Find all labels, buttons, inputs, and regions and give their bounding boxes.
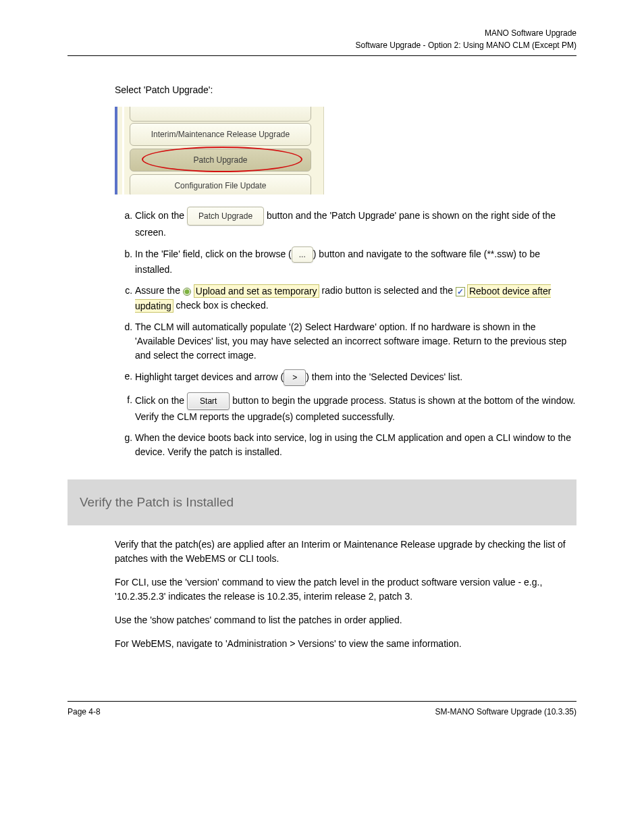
step-f: Click on the Start button to begin the u… bbox=[135, 392, 576, 424]
page-header: MANO Software Upgrade Software Upgrade -… bbox=[68, 27, 576, 51]
step-g: When the device boots back into service,… bbox=[135, 431, 576, 459]
radio-upload-label: Upload and set as temporary bbox=[194, 284, 319, 298]
row-btn-patch[interactable]: Patch Upgrade bbox=[130, 149, 311, 172]
screenshot-panel: Interim/Maintenance Release Upgrade Patc… bbox=[115, 107, 324, 194]
step-a: Click on the Patch Upgrade button and th… bbox=[135, 207, 576, 240]
section-p1: Verify that the patch(es) are applied af… bbox=[115, 538, 576, 566]
footer-rule bbox=[68, 701, 576, 702]
section-p4: For WebEMS, navigate to 'Administration … bbox=[115, 637, 576, 651]
inline-browse-button[interactable]: ... bbox=[292, 246, 313, 263]
inline-arrow-button[interactable]: > bbox=[284, 369, 306, 386]
checkbox-reboot-icon[interactable]: ✓ bbox=[456, 287, 465, 296]
row-btn-config[interactable]: Configuration File Update bbox=[130, 174, 311, 194]
step-c: Assure the Upload and set as temporary r… bbox=[135, 284, 576, 313]
row-btn-interim[interactable]: Interim/Maintenance Release Upgrade bbox=[130, 123, 311, 146]
radio-upload-icon[interactable] bbox=[183, 288, 191, 296]
step-d: The CLM will automatically populate '(2)… bbox=[135, 320, 576, 363]
section-p3: Use the 'show patches' command to list t… bbox=[115, 613, 576, 627]
section-title: Verify the Patch is Installed bbox=[68, 479, 576, 526]
header-rule bbox=[68, 55, 576, 56]
header-right-2: Software Upgrade - Option 2: Using MANO … bbox=[356, 39, 576, 51]
step-b: In the 'File' field, click on the browse… bbox=[135, 246, 576, 277]
section-p2: For CLI, use the 'version' command to vi… bbox=[115, 575, 576, 604]
header-right-1: MANO Software Upgrade bbox=[356, 27, 576, 39]
footer-doc: SM-MANO Software Upgrade (10.3.35) bbox=[435, 706, 576, 718]
step-e: Highlight target devices and arrow (>) t… bbox=[135, 369, 576, 386]
footer-page: Page 4-8 bbox=[68, 706, 101, 718]
page-footer: Page 4-8 SM-MANO Software Upgrade (10.3.… bbox=[68, 706, 576, 718]
inline-start-button[interactable]: Start bbox=[187, 392, 230, 410]
row-btn-cutoff bbox=[130, 107, 311, 122]
inline-patch-upgrade-button[interactable]: Patch Upgrade bbox=[187, 207, 264, 226]
pre-screenshot-text: Select 'Patch Upgrade': bbox=[115, 83, 576, 97]
